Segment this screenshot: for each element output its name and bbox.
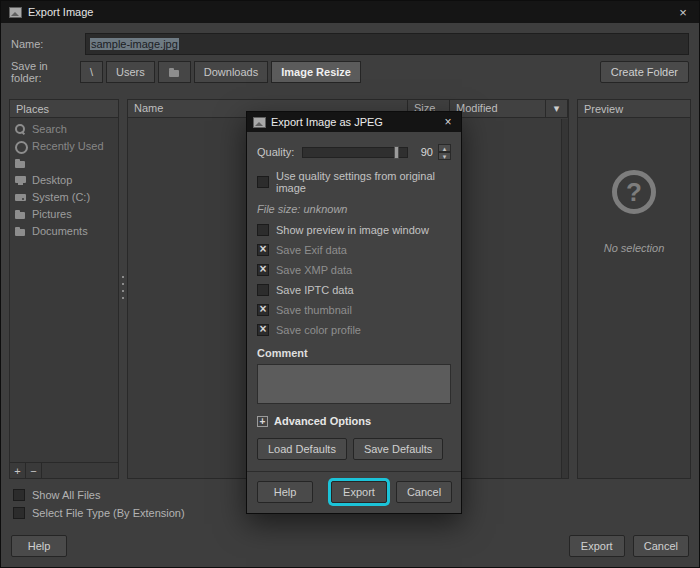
column-header-modified[interactable]: Modified (450, 100, 546, 118)
preview-header: Preview (578, 100, 690, 118)
close-icon[interactable]: × (675, 5, 691, 20)
expander-plus-icon: + (257, 416, 268, 427)
folder-icon (14, 225, 27, 237)
places-panel: Places Search Recently Used Desktop (9, 99, 119, 479)
column-menu-button[interactable]: ▾ (546, 100, 568, 118)
image-icon (9, 7, 22, 18)
breadcrumb-home[interactable] (158, 61, 191, 83)
quality-slider[interactable] (302, 147, 408, 158)
comment-label: Comment (257, 347, 451, 359)
place-item-home[interactable] (10, 154, 118, 171)
filename-input[interactable]: sample-image.jpg (85, 33, 689, 55)
dialog-body: Quality: 90 ▴ ▾ Use quality settings fro… (247, 132, 461, 513)
place-item-system-c[interactable]: System (C:) (10, 188, 118, 205)
folder-label: Save in folder: (11, 60, 77, 84)
folder-icon (14, 208, 27, 220)
pane-splitter[interactable] (119, 99, 127, 479)
breadcrumb-downloads[interactable]: Downloads (194, 61, 268, 83)
spin-up-icon[interactable]: ▴ (438, 144, 451, 152)
place-item-recently-used[interactable]: Recently Used (10, 137, 118, 154)
show-preview-checkbox[interactable] (257, 224, 269, 236)
help-button[interactable]: Help (11, 535, 67, 557)
export-button[interactable]: Export (569, 535, 625, 557)
dialog-close-icon[interactable]: × (441, 115, 455, 129)
save-color-profile-label: Save color profile (276, 324, 361, 336)
places-list: Search Recently Used Desktop System (C:) (10, 118, 118, 462)
places-header: Places (10, 100, 118, 118)
load-defaults-button[interactable]: Load Defaults (257, 438, 347, 460)
use-quality-settings-label: Use quality settings from original image (276, 170, 451, 194)
select-file-type-expander[interactable] (13, 507, 25, 519)
save-xmp-checkbox[interactable] (257, 264, 269, 276)
place-label: Desktop (32, 174, 72, 186)
place-label: Documents (32, 225, 88, 237)
search-icon (14, 123, 27, 135)
chevron-down-icon: ▾ (554, 102, 560, 114)
place-item-search[interactable]: Search (10, 120, 118, 137)
defaults-row: Load Defaults Save Defaults (257, 438, 451, 460)
save-exif-checkbox[interactable] (257, 244, 269, 256)
quality-spinner: ▴ ▾ (438, 144, 451, 160)
places-footer: + − (10, 462, 118, 478)
preview-body: ? No selection (578, 118, 690, 478)
save-exif-row: Save Exif data (257, 244, 451, 256)
remove-place-button[interactable]: − (26, 463, 42, 478)
file-size-text: File size: unknown (257, 203, 451, 215)
question-mark-icon: ? (612, 170, 656, 214)
folder-icon (168, 66, 181, 78)
dialog-help-button[interactable]: Help (257, 481, 313, 503)
select-file-type-row: Select File Type (By Extension) (13, 507, 185, 519)
clock-icon (14, 140, 27, 152)
place-item-pictures[interactable]: Pictures (10, 205, 118, 222)
save-xmp-label: Save XMP data (276, 264, 352, 276)
advanced-options-label: Advanced Options (274, 415, 371, 427)
place-label: Search (32, 123, 67, 135)
breadcrumb-users[interactable]: Users (106, 61, 155, 83)
place-item-desktop[interactable]: Desktop (10, 171, 118, 188)
save-thumbnail-label: Save thumbnail (276, 304, 352, 316)
name-label: Name: (11, 38, 77, 50)
save-defaults-button[interactable]: Save Defaults (353, 438, 443, 460)
show-all-files-row: Show All Files (13, 489, 100, 501)
dialog-title: Export Image as JPEG (271, 116, 383, 128)
dialog-titlebar: Export Image as JPEG × (247, 112, 461, 132)
place-label: Pictures (32, 208, 72, 220)
file-list-scrollbar[interactable] (561, 119, 568, 478)
quality-row: Quality: 90 ▴ ▾ (257, 144, 451, 160)
breadcrumb-root[interactable]: \ (80, 61, 103, 83)
quality-value: 90 (413, 146, 433, 158)
quality-slider-handle[interactable] (394, 146, 399, 159)
desktop-icon (14, 174, 27, 186)
add-place-button[interactable]: + (10, 463, 26, 478)
save-iptc-row: Save IPTC data (257, 284, 451, 296)
advanced-options-expander[interactable]: + Advanced Options (257, 415, 451, 427)
save-exif-label: Save Exif data (276, 244, 347, 256)
dialog-cancel-button[interactable]: Cancel (396, 481, 452, 503)
comment-textarea[interactable] (257, 364, 451, 404)
jpeg-export-dialog: Export Image as JPEG × Quality: 90 ▴ ▾ U… (246, 111, 462, 514)
no-selection-text: No selection (604, 242, 665, 254)
drive-icon (14, 191, 27, 203)
folder-row: Save in folder: \ Users Downloads Image … (11, 61, 689, 83)
spin-down-icon[interactable]: ▾ (438, 152, 451, 160)
folder-icon (14, 157, 27, 169)
show-preview-label: Show preview in image window (276, 224, 429, 236)
cancel-button[interactable]: Cancel (633, 535, 689, 557)
save-iptc-checkbox[interactable] (257, 284, 269, 296)
show-preview-row: Show preview in image window (257, 224, 451, 236)
breadcrumb-current[interactable]: Image Resize (271, 61, 361, 83)
show-all-files-checkbox[interactable] (13, 489, 25, 501)
save-thumbnail-checkbox[interactable] (257, 304, 269, 316)
export-image-window: Export Image × Name: sample-image.jpg Sa… (0, 0, 700, 568)
place-label: Recently Used (32, 140, 104, 152)
dialog-export-button[interactable]: Export (331, 481, 387, 503)
use-quality-settings-checkbox[interactable] (257, 176, 269, 188)
filename-value: sample-image.jpg (90, 38, 179, 50)
save-iptc-label: Save IPTC data (276, 284, 354, 296)
place-item-documents[interactable]: Documents (10, 222, 118, 239)
save-color-profile-checkbox[interactable] (257, 324, 269, 336)
save-thumbnail-row: Save thumbnail (257, 304, 451, 316)
quality-label: Quality: (257, 146, 297, 158)
use-quality-settings-row: Use quality settings from original image (257, 170, 451, 194)
create-folder-button[interactable]: Create Folder (600, 61, 689, 83)
